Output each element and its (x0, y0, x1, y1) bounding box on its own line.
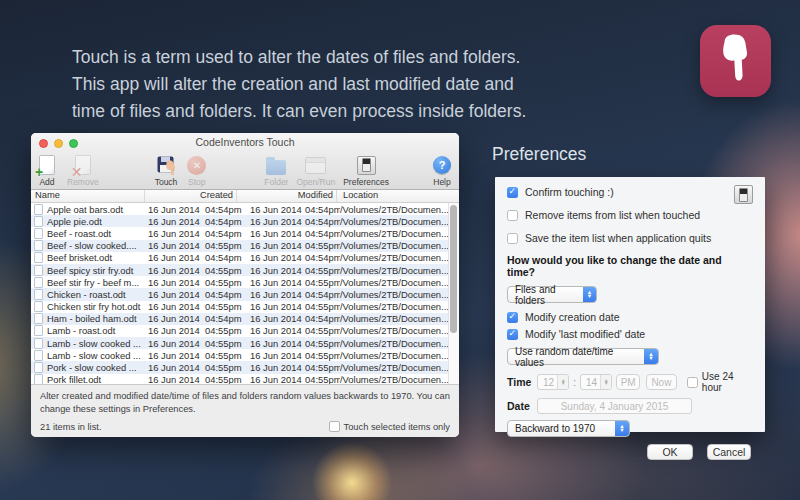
document-icon (34, 325, 43, 336)
mode-dropdown-value: Use random date/time values (515, 346, 644, 368)
modified-date: 16 Jun 2014 (250, 313, 305, 324)
created-date: 16 Jun 2014 (148, 338, 205, 349)
stop-icon: ✕ (187, 154, 206, 176)
modified-time: 04:55pm (305, 240, 340, 251)
document-icon (34, 338, 43, 349)
modify-modified-label: Modify 'last modified' date (525, 328, 645, 340)
main-window: CodeInventors Touch + Add ✕ Remove (31, 133, 459, 437)
remove-items-label: Remove items from list when touched (525, 209, 700, 221)
file-row[interactable]: Beef stir fry - beef m... 16 Jun 2014 04… (31, 276, 449, 288)
document-icon (34, 277, 43, 288)
file-row[interactable]: Pork - slow cooked ... 16 Jun 2014 04:55… (31, 361, 449, 373)
stop-button: ✕ Stop (187, 154, 206, 187)
scope-dropdown[interactable]: Files and folders ▲▼ (507, 286, 597, 303)
file-name: Pork - slow cooked ... (47, 362, 148, 373)
file-row[interactable]: Pork fillet.odt 16 Jun 2014 04:55pm 16 J… (31, 374, 449, 384)
document-icon (34, 204, 43, 215)
column-header-location[interactable]: Location (337, 190, 459, 202)
column-header-modified[interactable]: Modified (237, 190, 337, 202)
file-row[interactable]: Beef spicy stir fry.odt 16 Jun 2014 04:5… (31, 264, 449, 276)
scrollbar-thumb[interactable] (450, 205, 457, 333)
add-button[interactable]: + Add (39, 154, 55, 187)
intro-text: Touch is a term used to alter the dates … (72, 44, 526, 125)
save-list-row: Save the item list when application quit… (507, 232, 751, 244)
stepper-arrows-icon: ▲▼ (600, 375, 611, 389)
column-header-created[interactable]: Created (145, 190, 237, 202)
date-label: Date (507, 400, 533, 412)
modified-time: 04:55pm (305, 265, 340, 276)
modified-date: 16 Jun 2014 (250, 204, 305, 215)
file-location: /Volumes/2TB/Documen... (340, 265, 449, 276)
modify-modified-row: Modify 'last modified' date (507, 328, 751, 340)
file-name: Beef - roast.odt (47, 228, 148, 239)
file-name: Chicken - roast.odt (47, 289, 148, 300)
file-row[interactable]: Beef - slow cooked.... 16 Jun 2014 04:55… (31, 240, 449, 252)
confirm-touching-checkbox[interactable] (507, 187, 518, 198)
preferences-button[interactable]: Preferences (343, 154, 389, 187)
created-time: 04:55pm (205, 350, 250, 361)
dropdown-stepper-icon: ▲▼ (615, 421, 629, 436)
window-chrome: CodeInventors Touch + Add ✕ Remove (31, 133, 459, 190)
touch-button[interactable]: Touch (155, 154, 178, 187)
touch-selected-checkbox[interactable] (329, 421, 340, 432)
created-time: 04:55pm (205, 301, 250, 312)
modified-date: 16 Jun 2014 (250, 240, 305, 251)
help-button[interactable]: ? Help (433, 154, 451, 187)
file-row[interactable]: Apple oat bars.odt 16 Jun 2014 04:54pm 1… (31, 203, 449, 215)
modified-time: 04:54pm (305, 216, 340, 227)
created-date: 16 Jun 2014 (148, 216, 205, 227)
document-icon (34, 240, 43, 251)
ok-button[interactable]: OK (647, 444, 693, 460)
created-time: 04:55pm (205, 277, 250, 288)
file-row[interactable]: Ham - boiled ham.odt 16 Jun 2014 04:54pm… (31, 313, 449, 325)
scrollbar-track[interactable] (448, 203, 459, 384)
modified-date: 16 Jun 2014 (250, 216, 305, 227)
created-date: 16 Jun 2014 (148, 277, 205, 288)
column-header-name[interactable]: Name (31, 190, 145, 202)
file-row[interactable]: Chicken - roast.odt 16 Jun 2014 04:54pm … (31, 288, 449, 300)
file-row[interactable]: Apple pie.odt 16 Jun 2014 04:54pm 16 Jun… (31, 215, 449, 227)
created-date: 16 Jun 2014 (148, 350, 205, 361)
created-time: 04:55pm (205, 240, 250, 251)
created-date: 16 Jun 2014 (148, 204, 205, 215)
file-location: /Volumes/2TB/Documen... (340, 338, 449, 349)
file-list: Apple oat bars.odt 16 Jun 2014 04:54pm 1… (31, 203, 459, 384)
date-field: Sunday, 4 January 2015 (537, 398, 692, 414)
save-list-checkbox[interactable] (507, 233, 518, 244)
remove-items-checkbox[interactable] (507, 210, 518, 221)
file-row[interactable]: Beef brisket.odt 16 Jun 2014 04:54pm 16 … (31, 252, 449, 264)
file-location: /Volumes/2TB/Documen... (340, 240, 449, 251)
file-row[interactable]: Beef - roast.odt 16 Jun 2014 04:54pm 16 … (31, 227, 449, 239)
file-row[interactable]: Lamb - slow cooked ... 16 Jun 2014 04:55… (31, 337, 449, 349)
modified-time: 04:55pm (305, 374, 340, 384)
intro-line-2: This app will alter the creation and las… (72, 71, 526, 98)
use-24-hour-label: Use 24 hour (702, 371, 751, 393)
preferences-panel: Confirm touching :) Remove items from li… (495, 177, 765, 432)
column-headers: Name Created Modified Location (31, 190, 459, 203)
file-row[interactable]: Lamb - roast.odt 16 Jun 2014 04:55pm 16 … (31, 325, 449, 337)
created-date: 16 Jun 2014 (148, 252, 205, 263)
cancel-button[interactable]: Cancel (707, 444, 751, 460)
direction-dropdown[interactable]: Backward to 1970 ▲▼ (507, 420, 630, 437)
status-description: Alter created and modified date/time of … (40, 390, 450, 415)
use-24-hour-checkbox[interactable] (687, 377, 698, 388)
hour-stepper: 12 ▲▼ (537, 374, 569, 390)
created-time: 04:54pm (205, 252, 250, 263)
modify-creation-checkbox[interactable] (507, 312, 518, 323)
document-icon (34, 350, 43, 361)
status-bar: Alter created and modified date/time of … (31, 384, 459, 437)
file-row[interactable]: Lamb - slow cooked ... 16 Jun 2014 04:55… (31, 349, 449, 361)
modified-date: 16 Jun 2014 (250, 350, 305, 361)
modified-date: 16 Jun 2014 (250, 289, 305, 300)
mode-dropdown[interactable]: Use random date/time values ▲▼ (507, 348, 659, 365)
minute-value: 14 (586, 377, 597, 388)
file-row[interactable]: Chicken stir fry hot.odt 16 Jun 2014 04:… (31, 301, 449, 313)
modify-modified-checkbox[interactable] (507, 329, 518, 340)
document-icon (34, 265, 43, 276)
file-name: Lamb - slow cooked ... (47, 338, 148, 349)
created-date: 16 Jun 2014 (148, 301, 205, 312)
preferences-heading: Preferences (492, 144, 586, 165)
document-icon (34, 313, 43, 324)
modified-date: 16 Jun 2014 (250, 374, 305, 384)
modified-time: 04:55pm (305, 301, 340, 312)
